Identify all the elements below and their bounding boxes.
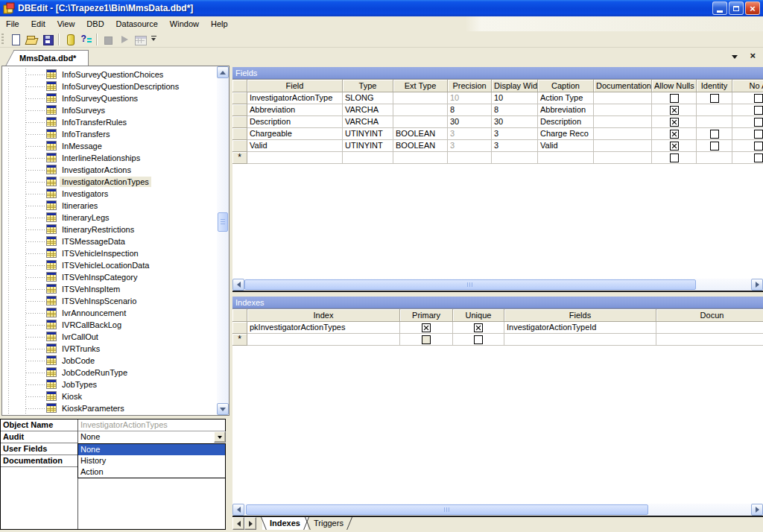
cell-display_width[interactable]: 30 bbox=[492, 116, 538, 128]
database-button[interactable] bbox=[61, 32, 77, 47]
tree-item[interactable]: InvestigatorActionTypes bbox=[2, 176, 217, 188]
tree-item[interactable]: IvrAnnouncement bbox=[2, 307, 217, 319]
row-selector[interactable] bbox=[232, 92, 247, 104]
audit-combobox[interactable]: None bbox=[78, 431, 226, 443]
checkbox-checked[interactable] bbox=[474, 323, 483, 332]
cell-documentation[interactable] bbox=[594, 116, 652, 128]
checkbox-unchecked[interactable] bbox=[474, 335, 483, 344]
open-file-button[interactable] bbox=[23, 32, 39, 47]
dropdown-option[interactable]: History bbox=[78, 455, 225, 466]
tree-item[interactable]: Kiosk bbox=[2, 390, 217, 402]
cell-display_width[interactable]: 3 bbox=[492, 128, 538, 140]
cell-display_width[interactable]: 3 bbox=[492, 140, 538, 152]
checkbox-unchecked[interactable] bbox=[754, 130, 763, 139]
fields-hscrollbar-thumb[interactable] bbox=[244, 279, 696, 290]
checkbox-unchecked[interactable] bbox=[670, 94, 679, 103]
close-button[interactable]: × bbox=[745, 1, 760, 15]
cell-ext_type[interactable]: BOOLEAN bbox=[393, 128, 448, 140]
cell-no_audit[interactable] bbox=[732, 116, 763, 128]
cell-type[interactable]: SLONG bbox=[343, 92, 393, 104]
cell-ext_type[interactable] bbox=[393, 104, 448, 116]
row-selector[interactable]: * bbox=[232, 334, 247, 346]
cell-no_audit[interactable] bbox=[732, 140, 763, 152]
checkbox-unchecked[interactable] bbox=[754, 106, 763, 115]
cell-fields[interactable]: InvestigatorActionTypeId bbox=[504, 322, 656, 334]
cell-identity[interactable] bbox=[697, 140, 732, 152]
indexes-hscrollbar[interactable] bbox=[232, 504, 763, 516]
cell-documentation[interactable] bbox=[594, 104, 652, 116]
cell-field[interactable]: Description bbox=[247, 116, 343, 128]
cell-type[interactable]: VARCHA bbox=[343, 116, 393, 128]
dropdown-option[interactable]: None bbox=[78, 444, 225, 455]
cell-precision[interactable]: 3 bbox=[448, 140, 492, 152]
save-button[interactable] bbox=[39, 32, 56, 47]
scroll-up-button[interactable] bbox=[217, 66, 229, 78]
tree-scrollbar[interactable] bbox=[217, 66, 229, 415]
cell-documentation[interactable] bbox=[656, 322, 763, 334]
cell-display_width[interactable]: 8 bbox=[492, 104, 538, 116]
tree-item[interactable]: InterlineRelationships bbox=[2, 152, 217, 164]
menu-window[interactable]: Window bbox=[164, 16, 205, 31]
tree-item[interactable]: ITSVehicleInspection bbox=[2, 247, 217, 259]
scroll-right-button[interactable] bbox=[751, 504, 763, 516]
fields-hscrollbar[interactable] bbox=[232, 279, 763, 291]
cell-index[interactable]: pkInvestigatorActionTypes bbox=[247, 322, 400, 334]
tree-item[interactable]: InfoSurveyQuestionDescriptions bbox=[2, 80, 217, 92]
checkbox-unchecked[interactable] bbox=[710, 142, 719, 151]
checkbox-checked[interactable] bbox=[670, 130, 679, 139]
cell-caption[interactable]: Description bbox=[538, 116, 594, 128]
tab-close-icon[interactable]: × bbox=[750, 50, 756, 61]
cell-allow_nulls[interactable] bbox=[652, 92, 697, 104]
checkbox-unchecked[interactable] bbox=[754, 94, 763, 103]
tree-item[interactable]: IvrCallOut bbox=[2, 331, 217, 343]
cell-display_width[interactable]: 10 bbox=[492, 92, 538, 104]
run-button[interactable] bbox=[115, 32, 132, 47]
menu-datasource[interactable]: Datasource bbox=[110, 16, 164, 31]
tree-item[interactable]: InMessage bbox=[2, 140, 217, 152]
menu-edit[interactable]: Edit bbox=[25, 16, 51, 31]
cell-precision[interactable]: 8 bbox=[448, 104, 492, 116]
cell-no_audit[interactable] bbox=[732, 104, 763, 116]
cell-caption[interactable]: Charge Reco bbox=[538, 128, 594, 140]
checkbox-checked[interactable] bbox=[670, 118, 679, 127]
cell-identity[interactable] bbox=[697, 128, 732, 140]
tree-item[interactable]: ITSMessageData bbox=[2, 235, 217, 247]
restore-button[interactable] bbox=[729, 1, 744, 15]
cell-identity[interactable] bbox=[697, 152, 732, 164]
cell-no_audit[interactable] bbox=[732, 92, 763, 104]
cell-ext_type[interactable]: BOOLEAN bbox=[393, 140, 448, 152]
indexes-hscrollbar-thumb[interactable] bbox=[246, 504, 648, 515]
cell-identity[interactable] bbox=[697, 116, 732, 128]
row-selector[interactable] bbox=[232, 322, 247, 334]
cell-precision[interactable]: 30 bbox=[448, 116, 492, 128]
tree-item[interactable]: InfoTransferRules bbox=[2, 116, 217, 128]
property-value[interactable]: InvestigatorActionTypes bbox=[77, 419, 225, 431]
checkbox-unchecked[interactable] bbox=[710, 94, 719, 103]
cell-display_width[interactable] bbox=[492, 152, 538, 164]
cell-documentation[interactable] bbox=[656, 334, 763, 346]
cell-identity[interactable] bbox=[697, 104, 732, 116]
validate-button[interactable] bbox=[77, 32, 94, 47]
tree-item[interactable]: InfoSurveyQuestionChoices bbox=[2, 69, 217, 80]
cell-identity[interactable] bbox=[697, 92, 732, 104]
cell-field[interactable]: Chargeable bbox=[247, 128, 343, 140]
scroll-left-button[interactable] bbox=[232, 504, 244, 516]
tree-item[interactable]: JobCode bbox=[2, 355, 217, 367]
tree-item[interactable]: ITSVehInspItem bbox=[2, 283, 217, 295]
cell-primary[interactable] bbox=[400, 334, 453, 346]
grid-button[interactable] bbox=[132, 32, 148, 47]
tree-item[interactable]: ItineraryLegs bbox=[2, 212, 217, 224]
toolbar-options-icon[interactable] bbox=[150, 32, 159, 47]
row-selector[interactable] bbox=[232, 104, 247, 116]
tree-item[interactable]: KioskParameters bbox=[2, 402, 217, 414]
cell-ext_type[interactable] bbox=[393, 152, 448, 164]
new-file-button[interactable] bbox=[7, 32, 23, 47]
row-selector[interactable]: * bbox=[232, 152, 247, 164]
cell-ext_type[interactable] bbox=[393, 92, 448, 104]
cell-field[interactable]: InvestigatorActionType bbox=[247, 92, 343, 104]
cell-index[interactable] bbox=[247, 334, 400, 346]
cell-allow_nulls[interactable] bbox=[652, 116, 697, 128]
cell-no_audit[interactable] bbox=[732, 152, 763, 164]
scroll-left-button[interactable] bbox=[232, 279, 244, 291]
bottom-tab-indexes[interactable]: Indexes bbox=[262, 517, 308, 530]
